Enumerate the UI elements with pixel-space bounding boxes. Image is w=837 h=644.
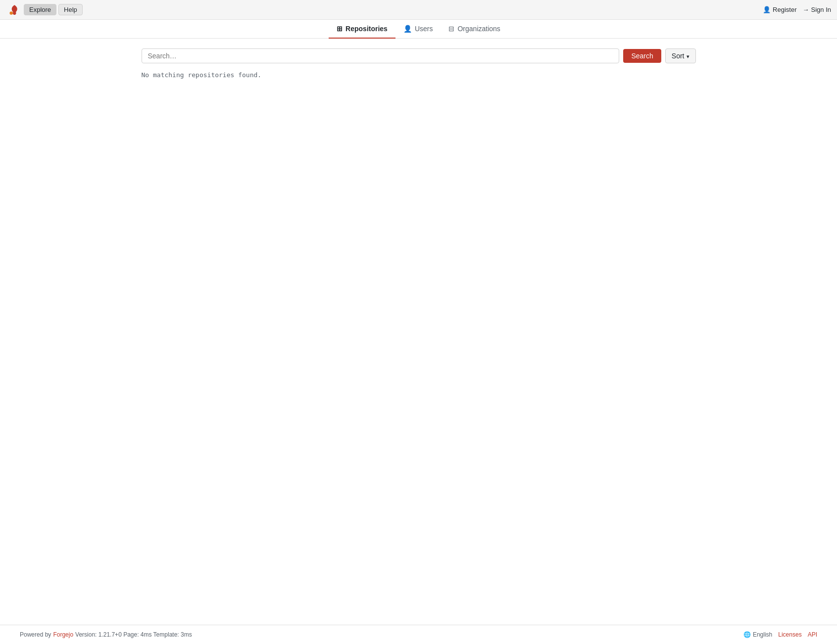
svg-point-1 [13,11,16,15]
sign-in-label: Sign In [811,6,831,13]
explore-nav-button[interactable]: Explore [24,4,56,15]
search-button[interactable]: Search [623,49,661,63]
sort-button[interactable]: Sort [665,48,696,63]
tab-repositories-label: Repositories [345,25,388,33]
register-link[interactable]: 👤 Register [763,6,796,13]
repo-icon: ⊞ [337,25,343,33]
sign-in-icon: → [803,6,809,13]
sort-label: Sort [672,52,685,60]
language-label: English [753,631,772,638]
footer: Powered by Forgejo Version: 1.21.7+0 Pag… [0,625,837,644]
search-input[interactable] [142,48,620,63]
footer-right: 🌐 English Licenses API [743,631,817,638]
powered-by-text: Powered by [20,631,51,638]
help-nav-button[interactable]: Help [58,4,83,15]
language-selector[interactable]: 🌐 English [743,631,772,638]
tab-users[interactable]: 👤 Users [395,20,441,39]
chevron-down-icon [687,52,689,60]
licenses-link[interactable]: Licenses [778,631,801,638]
tab-organizations[interactable]: ⊟ Organizations [441,20,508,39]
explore-tabs: ⊞ Repositories 👤 Users ⊟ Organizations [0,20,837,39]
navbar-left: Explore Help [6,3,83,17]
tab-organizations-label: Organizations [457,25,500,33]
globe-icon: 🌐 [743,631,751,638]
register-label: Register [773,6,796,13]
register-icon: 👤 [763,6,771,13]
navbar: Explore Help 👤 Register → Sign In [0,0,837,20]
search-row: Search Sort [142,48,696,63]
api-link[interactable]: API [808,631,817,638]
main-content: Search Sort No matching repositories fou… [122,39,716,625]
search-input-wrapper [142,48,620,63]
logo-svg [6,3,19,16]
version-info: Version: 1.21.7+0 Page: 4ms Template: 3m… [75,631,192,638]
tab-users-label: Users [415,25,433,33]
forgejo-logo[interactable] [6,3,20,17]
navbar-right: 👤 Register → Sign In [763,6,831,13]
forgejo-link[interactable]: Forgejo [53,631,73,638]
svg-point-0 [10,11,13,15]
org-icon: ⊟ [448,25,454,33]
footer-left: Powered by Forgejo Version: 1.21.7+0 Pag… [20,631,192,638]
user-icon: 👤 [403,25,412,33]
no-results-message: No matching repositories found. [142,71,696,79]
sign-in-link[interactable]: → Sign In [803,6,831,13]
tab-repositories[interactable]: ⊞ Repositories [329,20,395,39]
